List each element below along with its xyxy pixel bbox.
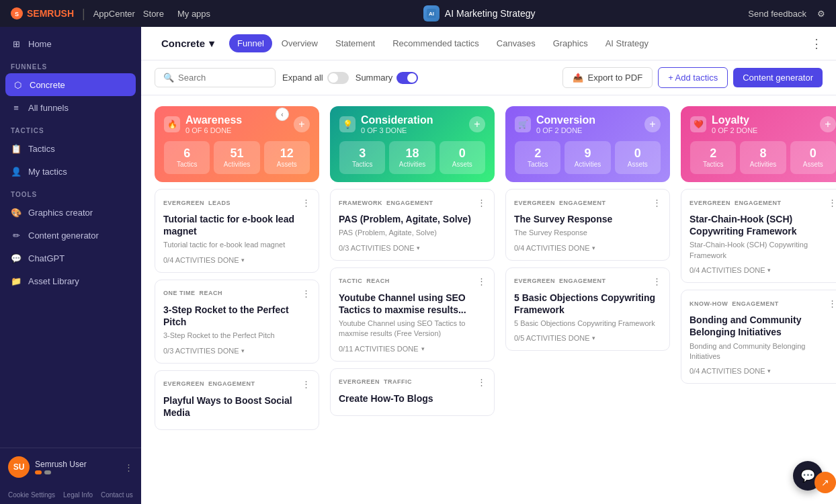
legal-info-link[interactable]: Legal Info (63, 491, 93, 499)
topbar-right: Send feedback ⚙ (748, 9, 825, 19)
sidebar-item-concrete[interactable]: ⬡ Concrete (5, 73, 136, 96)
tab-funnel[interactable]: Funnel (229, 34, 272, 52)
card-desc: 3-Step Rocket to the Perfect Pitch (163, 331, 310, 341)
toolbar: 🔍 Expand all Summary 📤 Export to PDF (141, 60, 836, 95)
sidebar-item-chatgpt[interactable]: 💬 ChatGPT (0, 247, 141, 269)
loyalty-stat-assets: 0Assets (790, 141, 836, 174)
tab-canvases[interactable]: Canvases (489, 34, 544, 52)
content-generator-button[interactable]: Content generator (733, 68, 823, 87)
content-gen-icon: ✏ (11, 230, 22, 241)
card-tag: EVERGREEN (163, 200, 204, 206)
contact-us-link[interactable]: Contact us (101, 491, 133, 499)
card-menu-icon[interactable]: ⋮ (653, 198, 661, 208)
card-menu-icon[interactable]: ⋮ (477, 377, 486, 387)
consideration-stat-tactics: 3Tactics (339, 141, 385, 174)
card-menu-icon[interactable]: ⋮ (302, 379, 310, 389)
sidebar-item-content-gen[interactable]: ✏ Content generator (0, 224, 141, 247)
tactic-card-conversion-1[interactable]: EVERGREENENGAGEMENT⋮5 Basic Objections C… (505, 267, 670, 351)
card-tag: EVERGREEN (689, 200, 730, 206)
card-menu-icon[interactable]: ⋮ (477, 276, 486, 286)
sidebar: ⊞ Home FUNNELS ⬡ Concrete ≡ All funnels … (0, 27, 141, 504)
card-menu-icon[interactable]: ⋮ (653, 276, 661, 286)
chatgpt-icon: 💬 (11, 253, 22, 263)
user-status (35, 470, 87, 474)
concrete-label: Concrete (30, 80, 65, 90)
home-icon: ⊞ (11, 38, 22, 49)
awareness-col-title: Awareness (185, 114, 242, 126)
tab-overview[interactable]: Overview (274, 34, 326, 52)
progress-arrow-icon: ▾ (241, 257, 245, 263)
sub-nav-tabs: Funnel Overview Statement Recommended ta… (229, 34, 657, 52)
kanban-col-loyalty: ❤️Loyalty0 OF 2 DONE+2Tactics8Activities… (681, 106, 836, 493)
loyalty-add-button[interactable]: + (820, 116, 836, 132)
col-header-conversion: 🛒Conversion0 OF 2 DONE+2Tactics9Activiti… (505, 106, 670, 182)
card-tag: KNOW-HOW (689, 300, 728, 307)
card-menu-icon[interactable]: ⋮ (302, 198, 310, 208)
user-menu-icon[interactable]: ⋮ (124, 462, 133, 472)
export-to-pdf-button[interactable]: 📤 Export to PDF (562, 67, 653, 88)
tactic-card-loyalty-1[interactable]: KNOW-HOWENGAGEMENT⋮Bonding and Community… (681, 290, 836, 384)
collapse-sidebar-button[interactable]: ‹ (276, 108, 289, 121)
kanban-board: 🔥Awareness0 OF 6 DONE+6Tactics51Activiti… (141, 95, 836, 504)
tactics-section-label: TACTICS (0, 119, 141, 137)
card-menu-icon[interactable]: ⋮ (302, 288, 310, 298)
search-input[interactable] (178, 73, 267, 83)
progress-arrow-icon: ▾ (592, 335, 595, 341)
svg-text:AI: AI (429, 11, 434, 17)
tactic-card-awareness-0[interactable]: EVERGREENLEADS⋮Tutorial tactic for e-boo… (155, 189, 319, 273)
tactic-card-consideration-1[interactable]: TACTICREACH⋮Youtube Channel using SEO Ta… (330, 267, 495, 362)
summary-toggle[interactable]: Summary (356, 72, 419, 84)
sidebar-item-my-tactics[interactable]: 👤 My tactics (0, 160, 141, 183)
card-tag: ENGAGEMENT (386, 200, 433, 206)
store-link[interactable]: Store (143, 9, 164, 19)
sidebar-item-tactics[interactable]: 📋 Tactics (0, 137, 141, 160)
send-feedback-link[interactable]: Send feedback (748, 9, 806, 19)
cookie-settings-link[interactable]: Cookie Settings (8, 491, 55, 499)
card-tag: REACH (366, 278, 390, 284)
card-tag: ENGAGEMENT (735, 200, 782, 206)
sidebar-item-all-funnels[interactable]: ≡ All funnels (0, 96, 141, 119)
conversion-add-button[interactable]: + (644, 116, 661, 132)
expand-all-switch[interactable] (327, 72, 349, 84)
tactic-card-consideration-0[interactable]: FRAMEWORKENGAGEMENT⋮PAS (Problem, Agitat… (330, 189, 495, 261)
support-bubble-button[interactable]: ↗ (814, 472, 836, 493)
tab-ai-strategy[interactable]: AI Strategy (597, 34, 657, 52)
export-icon: 📤 (573, 73, 583, 83)
add-tactics-button[interactable]: + Add tactics (658, 67, 728, 88)
kanban-col-conversion: 🛒Conversion0 OF 2 DONE+2Tactics9Activiti… (505, 106, 670, 493)
tactic-card-loyalty-0[interactable]: EVERGREENENGAGEMENT⋮Star-Chain-Hook (SCH… (681, 189, 836, 283)
settings-icon[interactable]: ⚙ (817, 9, 825, 19)
sidebar-item-asset-library[interactable]: 📁 Asset Library (0, 269, 141, 292)
expand-all-toggle[interactable]: Expand all (282, 72, 349, 84)
loyalty-done-label: 0 OF 2 DONE (712, 126, 757, 134)
card-tag: TRAFFIC (384, 378, 412, 385)
card-progress: 0/4 ACTIVITIES DONE ▾ (689, 266, 836, 274)
my-apps-link[interactable]: My apps (177, 9, 210, 19)
graphics-label: Graphics creator (28, 208, 93, 218)
awareness-done-label: 0 OF 6 DONE (185, 126, 242, 134)
tactic-card-awareness-2[interactable]: EVERGREENENGAGEMENT⋮Playful Ways to Boos… (155, 370, 319, 430)
card-title: Star-Chain-Hook (SCH) Copywriting Framew… (689, 213, 836, 237)
funnel-selector[interactable]: Concrete ▾ (155, 34, 221, 54)
progress-arrow-icon: ▾ (241, 347, 245, 354)
card-tag: ENGAGEMENT (732, 300, 779, 307)
tactic-card-consideration-2[interactable]: EVERGREENTRAFFIC⋮Create How-To Blogs (330, 368, 495, 416)
sidebar-item-home[interactable]: ⊞ Home (0, 32, 141, 55)
summary-switch[interactable] (396, 72, 418, 84)
more-options-icon[interactable]: ⋮ (810, 36, 823, 51)
search-box[interactable]: 🔍 (155, 68, 276, 87)
awareness-add-button[interactable]: + (294, 116, 310, 132)
my-tactics-label: My tactics (28, 167, 67, 177)
tab-recommended-tactics[interactable]: Recommended tactics (384, 34, 487, 52)
card-menu-icon[interactable]: ⋮ (828, 198, 836, 208)
card-menu-icon[interactable]: ⋮ (828, 298, 836, 308)
tactic-card-conversion-0[interactable]: EVERGREENENGAGEMENT⋮The Survey ResponseT… (505, 189, 670, 261)
sidebar-nav: ⊞ Home FUNNELS ⬡ Concrete ≡ All funnels … (0, 27, 141, 448)
sidebar-item-graphics[interactable]: 🎨 Graphics creator (0, 201, 141, 224)
card-menu-icon[interactable]: ⋮ (477, 198, 486, 208)
consideration-add-button[interactable]: + (469, 116, 485, 132)
my-tactics-icon: 👤 (11, 166, 22, 177)
tab-statement[interactable]: Statement (327, 34, 383, 52)
tactic-card-awareness-1[interactable]: ONE TIMEREACH⋮3-Step Rocket to the Perfe… (155, 280, 319, 364)
tab-graphics[interactable]: Graphics (545, 34, 596, 52)
